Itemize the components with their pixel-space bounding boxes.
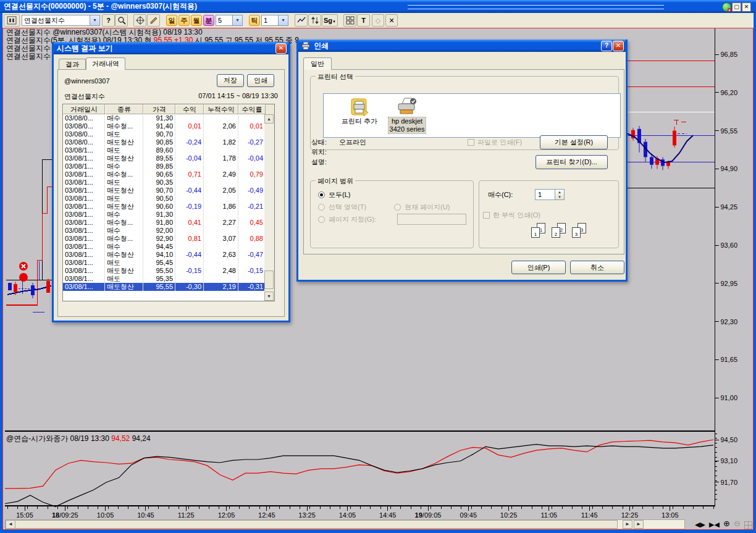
printer-list[interactable]: 프린터 추가 hp deskjet3420 series: [323, 93, 621, 138]
crosshair-icon[interactable]: [133, 14, 146, 27]
table-row[interactable]: 03/08/1...매도청산90,70-0,442,05-0,49: [63, 187, 264, 195]
table-row[interactable]: 03/08/1...매수92,00: [63, 227, 264, 235]
tick-button[interactable]: 틱: [249, 15, 260, 26]
scroll-page-icon[interactable]: ►: [634, 520, 644, 529]
print-dialog-titlebar[interactable]: 인쇄 ? ✕: [298, 40, 626, 52]
table-row[interactable]: 03/08/1...매도청산95,55-0,302,19-0,31: [63, 283, 264, 291]
window-titlebar[interactable]: 연결선물지수(00000000) - 5분 - @winners0307(시험적…: [0, 0, 756, 13]
printer-item-add[interactable]: 프린터 추가: [335, 98, 384, 125]
table-row[interactable]: 03/08/1...매도청산90,60-0,191,86-0,21: [63, 203, 264, 211]
sg-tool-button[interactable]: Sg▼: [322, 14, 338, 27]
table-row[interactable]: 03/08/1...매도청산95,50-0,152,48-0,15: [63, 267, 264, 275]
line-chart-icon[interactable]: [295, 14, 308, 27]
pencil-icon[interactable]: [147, 14, 160, 27]
help-icon[interactable]: ?: [601, 41, 612, 51]
tab-general[interactable]: 일반: [303, 57, 332, 70]
help-button[interactable]: ?: [102, 14, 115, 27]
go-to-end-icon[interactable]: ▶◀: [709, 520, 720, 529]
table-row[interactable]: 03/08/1...매수청...90,650,712,490,79: [63, 170, 264, 178]
scrollbar-thumb[interactable]: [15, 520, 618, 529]
column-header[interactable]: 수익: [175, 104, 204, 114]
close-icon[interactable]: ✕: [275, 43, 287, 54]
table-row[interactable]: 03/08/0...매수91,30: [63, 114, 264, 122]
column-header[interactable]: 가격: [143, 104, 175, 114]
close-button[interactable]: ✕: [742, 2, 751, 12]
column-header[interactable]: 종류: [105, 104, 143, 114]
pages-input[interactable]: [397, 214, 466, 225]
svg-text:94,90: 94,90: [721, 165, 738, 172]
period-month-button[interactable]: 월: [191, 15, 202, 26]
table-row[interactable]: 03/08/1...매도95,35: [63, 275, 264, 283]
column-header[interactable]: 거래일시: [63, 104, 105, 114]
table-row[interactable]: 03/08/1...매도90,35: [63, 178, 264, 187]
table-row[interactable]: 03/08/1...매수94,45: [63, 243, 264, 251]
search-icon[interactable]: [115, 14, 128, 27]
text-tool-button[interactable]: T: [357, 14, 370, 27]
print-to-file-checkbox[interactable]: [468, 139, 474, 146]
period-week-button[interactable]: 주: [178, 15, 190, 26]
scroll-right-icon[interactable]: ►: [623, 520, 632, 529]
table-row[interactable]: 03/08/0...매도청산90,85-0,241,82-0,27: [63, 138, 264, 146]
copies-spinner[interactable]: 1 ▲▼: [535, 189, 565, 200]
quote-window-icon[interactable]: [4, 14, 20, 27]
zoom-in-icon[interactable]: ⊕: [723, 519, 730, 528]
horizontal-scrollbar[interactable]: ◄ ► ►: [5, 519, 685, 529]
table-row[interactable]: 03/08/1...매도90,50: [63, 195, 264, 203]
table-row[interactable]: 03/08/1...매수청...92,900,813,070,88: [63, 235, 264, 243]
radio-all[interactable]: [318, 191, 325, 198]
print-button[interactable]: 인쇄: [247, 74, 274, 87]
table-scrollbar[interactable]: ▲ ▼: [264, 114, 274, 301]
grid-layout-icon[interactable]: [343, 14, 356, 27]
updown-arrows-icon[interactable]: [308, 14, 321, 27]
table-row[interactable]: 03/08/1...매도89,60: [63, 146, 264, 154]
grid-icon[interactable]: [744, 521, 752, 529]
radio-pages[interactable]: [318, 216, 325, 223]
preferences-button[interactable]: 기본 설정(R): [540, 135, 608, 149]
chevron-down-icon[interactable]: ▼: [232, 15, 242, 25]
print-confirm-button[interactable]: 인쇄(P): [511, 261, 566, 274]
find-printer-button[interactable]: 프린터 찾기(D)...: [536, 155, 608, 169]
close-chart-button[interactable]: ✕: [385, 14, 398, 27]
table-row[interactable]: 03/08/1...매수청...91,800,412,270,45: [63, 219, 264, 227]
tab-trade-history[interactable]: 거래내역: [86, 57, 125, 70]
period-minute-button[interactable]: 분: [203, 15, 214, 26]
minute-combo[interactable]: 5 ▼: [216, 15, 243, 26]
svg-text:10:45: 10:45: [137, 511, 154, 519]
expand-horizontal-icon[interactable]: ◀▶: [695, 520, 705, 529]
results-dialog-titlebar[interactable]: 시스템 결과 보기 ✕: [54, 42, 288, 54]
printer-item-hp[interactable]: hp deskjet3420 series: [382, 98, 432, 133]
title-grip[interactable]: [408, 5, 664, 9]
chevron-down-icon[interactable]: ▼: [278, 15, 288, 25]
tick-combo[interactable]: 1 ▼: [261, 15, 288, 26]
table-cell: [204, 259, 238, 267]
chevron-down-icon[interactable]: ▼: [90, 15, 99, 25]
table-scrollbar-thumb[interactable]: [264, 271, 274, 289]
table-cell: [175, 211, 204, 219]
table-row[interactable]: 03/08/1...매수청산94,10-0,442,63-0,47: [63, 251, 264, 259]
maximize-button[interactable]: ▢: [732, 2, 741, 12]
table-row[interactable]: 03/08/0...매도90,70: [63, 130, 264, 138]
collate-checkbox[interactable]: [483, 212, 490, 219]
symbol-combo[interactable]: 연결선물지수 ▼: [22, 15, 100, 26]
spinner-arrows-icon[interactable]: ▲▼: [555, 190, 564, 199]
radio-current-page[interactable]: [394, 204, 401, 211]
table-row[interactable]: 03/08/1...매수91,30: [63, 211, 264, 219]
tab-result[interactable]: 결과: [59, 59, 86, 70]
scroll-down-icon[interactable]: ▼: [264, 292, 274, 301]
scroll-left-icon[interactable]: ◄: [6, 520, 15, 529]
radio-selection[interactable]: [318, 204, 325, 211]
table-row[interactable]: 03/08/1...매수89,85: [63, 162, 264, 170]
network-status-icon[interactable]: x: [722, 2, 731, 12]
table-row[interactable]: 03/08/1...매도청산89,55-0,041,78-0,04: [63, 154, 264, 162]
column-header[interactable]: 수익률: [238, 104, 266, 114]
period-day-button[interactable]: 일: [166, 15, 177, 26]
zoom-out-icon[interactable]: ⊖: [734, 519, 741, 528]
scroll-up-icon[interactable]: ▲: [264, 114, 274, 124]
save-button[interactable]: 저장: [217, 74, 244, 87]
column-header[interactable]: 누적수익: [204, 104, 238, 114]
close-icon[interactable]: ✕: [613, 41, 624, 51]
table-row[interactable]: 03/08/1...매도95,45: [63, 259, 264, 267]
table-row[interactable]: 03/08/0...매수청...91,400,012,060,01: [63, 122, 264, 130]
diamond-icon[interactable]: ◇: [372, 14, 384, 27]
cancel-button[interactable]: 취소: [570, 261, 624, 274]
